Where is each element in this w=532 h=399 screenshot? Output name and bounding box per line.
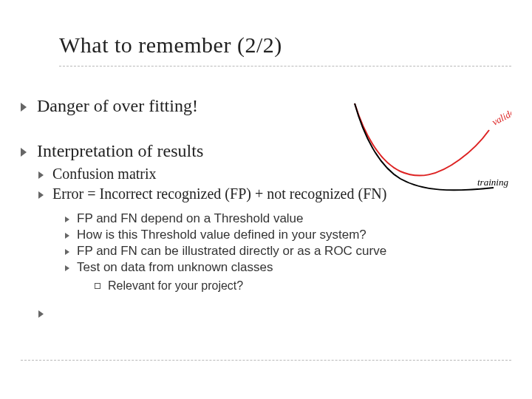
slide-title: What to remember (2/2) xyxy=(59,33,282,63)
triangle-icon xyxy=(65,265,69,271)
bullet-text: Confusion matrix xyxy=(52,166,157,183)
bullet-text: Danger of over fitting! xyxy=(37,96,198,116)
triangle-icon xyxy=(65,249,69,255)
bullet-roc: FP and FN can be illustrated directly or… xyxy=(65,244,511,259)
bullet-relevant: Relevant for your project? xyxy=(95,279,511,293)
bullet-error: Error = Incorrect recognized (FP) + not … xyxy=(38,185,511,202)
level2-block: Confusion matrix Error = Incorrect recog… xyxy=(21,166,511,202)
title-block: What to remember (2/2) xyxy=(0,33,532,66)
body: Danger of over fitting! Interpretation o… xyxy=(21,96,511,318)
bullet-text: FP and FN depend on a Threshold value xyxy=(77,211,304,226)
bullet-text: Error = Incorrect recognized (FP) + not … xyxy=(52,185,386,202)
bullet-danger: Danger of over fitting! xyxy=(21,96,511,116)
triangle-icon xyxy=(21,148,27,157)
bottom-rule xyxy=(21,360,511,361)
square-icon xyxy=(95,283,100,289)
bullet-unknown-classes: Test on data from unknown classes xyxy=(65,260,511,275)
empty-bullet xyxy=(38,310,511,318)
bullet-threshold-depend: FP and FN depend on a Threshold value xyxy=(65,211,511,226)
bullet-text: Interpretation of results xyxy=(37,141,203,161)
bullet-confusion: Confusion matrix xyxy=(38,166,511,183)
triangle-icon xyxy=(65,216,69,222)
bullet-threshold-defined: How is this Threshold value defined in y… xyxy=(65,228,511,242)
bullet-interpretation: Interpretation of results xyxy=(21,141,511,161)
bullet-text: Test on data from unknown classes xyxy=(77,260,273,275)
triangle-icon xyxy=(21,103,27,112)
bullet-text: How is this Threshold value defined in y… xyxy=(77,228,366,242)
slide: What to remember (2/2) validation traini… xyxy=(0,0,532,399)
title-underline xyxy=(59,66,511,66)
level3-block: FP and FN depend on a Threshold value Ho… xyxy=(21,211,511,275)
bullet-text: Relevant for your project? xyxy=(108,279,243,293)
triangle-icon xyxy=(38,191,44,199)
triangle-icon xyxy=(65,233,69,239)
bullet-text: FP and FN can be illustrated directly or… xyxy=(77,244,386,259)
triangle-icon xyxy=(38,310,44,318)
triangle-icon xyxy=(38,171,44,179)
